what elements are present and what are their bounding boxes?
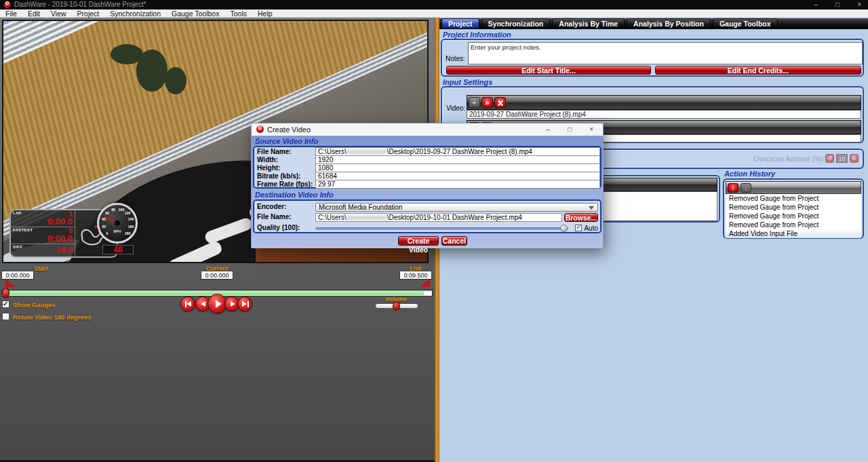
- trim-end-marker[interactable]: [420, 279, 430, 287]
- notes-input[interactable]: Enter your project notes.: [468, 42, 863, 64]
- action-history-group: ↑ ↓ Removed Gauge from Project Removed G…: [723, 178, 864, 239]
- lap-label: LAP: [13, 211, 22, 215]
- auto-label: Auto: [582, 224, 598, 233]
- quality-slider-thumb[interactable]: [560, 225, 568, 232]
- height-label: Height:: [254, 164, 315, 172]
- destination-video-info-group: Encoder: Microsoft Media Foundation File…: [253, 199, 601, 233]
- dialog-title-bar: Create Video – □ ×: [252, 123, 603, 136]
- trim-start-marker[interactable]: [5, 279, 16, 287]
- add-video-icon[interactable]: +: [469, 97, 480, 108]
- tab-analysis-by-position[interactable]: Analysis By Position: [627, 18, 711, 29]
- edit-start-title-button[interactable]: Edit Start Title...: [446, 66, 651, 75]
- list-item[interactable]: Removed Gauge from Project: [726, 203, 861, 212]
- menu-gauge-toolbox[interactable]: Gauge Toolbox: [166, 9, 224, 17]
- close-button[interactable]: ×: [857, 0, 861, 9]
- overscan-value: 10: [836, 154, 848, 163]
- list-item[interactable]: Added Video Input File: [726, 229, 861, 238]
- show-gauges-checkbox[interactable]: [2, 301, 9, 308]
- sync-video-icon[interactable]: »: [481, 97, 493, 108]
- video-label: Video:: [446, 104, 465, 112]
- dialog-title: Create Video: [267, 126, 311, 134]
- chevron-down-icon: [589, 206, 594, 210]
- action-history-toolbar: ↑ ↓: [726, 181, 861, 194]
- show-gauges-label: Show Gauges: [13, 301, 56, 309]
- maximize-button[interactable]: □: [835, 0, 840, 9]
- timeline-thumb[interactable]: [2, 288, 9, 299]
- dest-file-name-label: File Name:: [254, 213, 315, 222]
- frame-rate-field: 29.97: [315, 180, 600, 189]
- rotate-video-checkbox[interactable]: [2, 313, 9, 320]
- menu-tools[interactable]: Tools: [224, 9, 252, 17]
- rotate-video-label: Rotate Video 180 degrees: [13, 313, 91, 321]
- tab-project[interactable]: Project: [441, 18, 479, 29]
- tree: [165, 67, 186, 94]
- video-toolbar: + »: [467, 95, 861, 110]
- dialog-minimize-button[interactable]: –: [547, 123, 551, 133]
- file-name-label: File Name:: [254, 148, 315, 156]
- dest-file-name-input[interactable]: C:\Users\xxxxxxxxxxxx\Desktop\2019-10-01…: [315, 213, 562, 222]
- current-time-field[interactable]: 0:00.000: [201, 271, 233, 280]
- create-video-button[interactable]: Create Video: [398, 236, 439, 246]
- browse-button[interactable]: Browse...: [564, 213, 598, 222]
- fastest-time: 0:00.0: [47, 233, 73, 244]
- bitrate-label: Bitrate (kb/s):: [254, 172, 315, 180]
- encoder-label: Encoder:: [254, 203, 315, 212]
- menu-bar: File Edit View Project Synchronization G…: [0, 9, 868, 18]
- menu-project[interactable]: Project: [72, 9, 105, 17]
- dashware-window: DashWare - 2019-10-01 DashWare Project* …: [0, 0, 868, 462]
- menu-help[interactable]: Help: [252, 9, 278, 17]
- dialog-maximize-button[interactable]: □: [568, 123, 572, 133]
- tab-analysis-by-time[interactable]: Analysis By Time: [552, 18, 625, 29]
- notes-label: Notes:: [446, 55, 465, 62]
- speed-readout: 48: [102, 245, 134, 254]
- create-video-dialog: Create Video – □ × Source Video Info Fil…: [251, 123, 604, 248]
- overscan-increase-icon[interactable]: ↻: [850, 154, 859, 163]
- project-information-header: Project Information: [443, 31, 511, 39]
- window-title: DashWare - 2019-10-01 DashWare Project*: [14, 1, 146, 8]
- cancel-button[interactable]: Cancel: [441, 236, 467, 246]
- diff-label: DIFF: [13, 245, 23, 249]
- app-icon: [4, 1, 11, 8]
- dialog-close-button[interactable]: ×: [589, 123, 593, 133]
- minimize-button[interactable]: –: [814, 0, 818, 9]
- volume-thumb[interactable]: [393, 301, 400, 311]
- encoder-dropdown[interactable]: Microsoft Media Foundation: [315, 203, 598, 212]
- redo-icon[interactable]: ↓: [741, 183, 751, 193]
- tab-bar: Project Synchronization Analysis By Time…: [439, 18, 868, 29]
- diff-value: +0.0: [56, 246, 73, 255]
- list-item[interactable]: Removed Gauge from Project: [726, 220, 861, 229]
- quality-label: Quality (100):: [254, 224, 315, 233]
- video-tools-icon[interactable]: [494, 97, 506, 108]
- fastest-label: FASTEST: [13, 228, 33, 232]
- undo-icon[interactable]: ↑: [728, 183, 738, 193]
- tab-synchronization[interactable]: Synchronization: [481, 18, 551, 29]
- menu-view[interactable]: View: [45, 9, 72, 17]
- quality-slider[interactable]: [315, 227, 568, 230]
- menu-file[interactable]: File: [0, 9, 22, 17]
- overscan-decrease-icon[interactable]: ↺: [825, 154, 834, 163]
- speedometer-gauge: 0 20 40 60 80 100 120 140 160 180 MPH: [97, 203, 138, 244]
- edit-end-credits-button[interactable]: Edit End Credits...: [655, 66, 861, 75]
- start-label: Start: [34, 265, 48, 272]
- redacted-username: xxxxxxxxxxxx: [347, 148, 387, 155]
- action-history-header: Action History: [724, 170, 775, 178]
- skip-to-start-button[interactable]: [180, 296, 195, 311]
- action-history-list: Removed Gauge from Project Removed Gauge…: [726, 194, 861, 237]
- source-video-info-group: File Name: C:\Users\xxxxxxxxxxxx\Desktop…: [253, 146, 601, 189]
- lap-time: 0:00.0: [47, 216, 73, 227]
- width-label: Width:: [254, 156, 315, 164]
- menu-edit[interactable]: Edit: [22, 9, 45, 17]
- skip-to-end-button[interactable]: [237, 296, 252, 311]
- title-bar: DashWare - 2019-10-01 DashWare Project* …: [0, 0, 868, 9]
- frame-rate-label: Frame Rate (fps):: [254, 180, 315, 189]
- auto-quality-checkbox[interactable]: [575, 225, 582, 231]
- tab-gauge-toolbox[interactable]: Gauge Toolbox: [713, 18, 778, 29]
- overscan-label: Overscan Amount (%): [753, 155, 823, 163]
- redacted-username: xxxxxxxxxxxx: [347, 214, 387, 221]
- video-file-item[interactable]: 2019-09-27 DashWare Project (8).mp4: [467, 110, 861, 119]
- list-item[interactable]: Removed Gauge from Project: [726, 212, 861, 220]
- tree: [111, 44, 143, 64]
- input-settings-header: Input Settings: [443, 78, 492, 86]
- list-item[interactable]: Removed Gauge from Project: [726, 194, 861, 203]
- menu-synchronization[interactable]: Synchronization: [104, 9, 166, 17]
